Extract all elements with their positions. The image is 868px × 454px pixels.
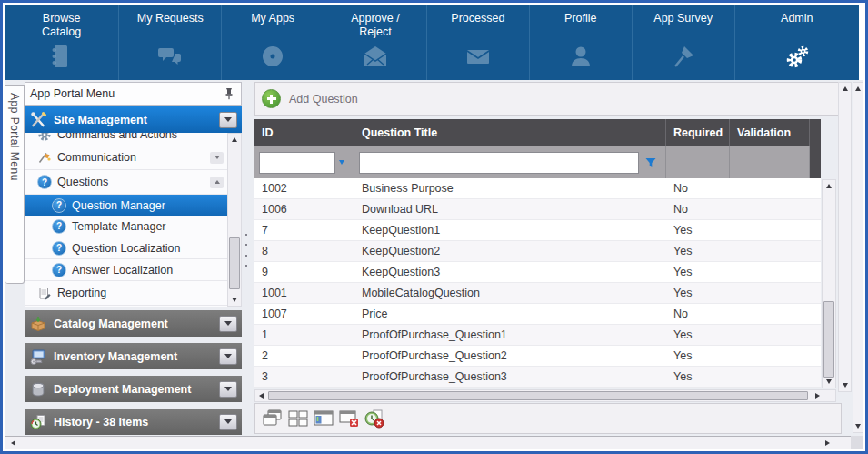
arrow-up-icon: [826, 184, 832, 188]
table-row[interactable]: 2 ProofOfPurchase_Question2 Yes: [254, 346, 821, 367]
announce-icon: [37, 150, 52, 165]
nav-item-profile[interactable]: Profile: [529, 5, 632, 80]
sidebar-item-questions[interactable]: ? Questions: [25, 170, 227, 195]
column-header-id[interactable]: ID: [254, 119, 354, 146]
table-row[interactable]: 1006 Download URL No: [254, 199, 821, 220]
sidebar-section-deployment-management[interactable]: Deployment Management: [25, 376, 242, 402]
scroll-up-button[interactable]: [228, 134, 241, 146]
collapse-section-button[interactable]: [219, 112, 237, 128]
scroll-right-button[interactable]: [812, 390, 823, 401]
close-window-icon[interactable]: [338, 409, 360, 429]
sidebar-item-reporting[interactable]: Reporting: [25, 281, 227, 306]
cell-required: Yes: [666, 346, 730, 366]
sidebar-item-question-manager[interactable]: ? Question Manager: [25, 195, 227, 216]
scroll-down-button[interactable]: [228, 294, 241, 306]
add-question-button[interactable]: Add Question: [262, 89, 358, 108]
nav-item-app-survey[interactable]: App Survey: [632, 5, 734, 80]
filter-operator-dropdown-icon[interactable]: [339, 160, 344, 165]
nav-item-label: Processed: [451, 12, 504, 41]
table-row[interactable]: 1001 MobileCatalogQuestion Yes: [254, 283, 821, 304]
scroll-up-button[interactable]: [853, 83, 863, 95]
content-vertical-scrollbar[interactable]: [838, 82, 852, 392]
scrollbar-thumb[interactable]: [268, 391, 808, 400]
splitter-handle[interactable]: [244, 234, 248, 267]
subtree-scrollbar[interactable]: [227, 133, 242, 307]
chat-bubbles-icon: [156, 43, 184, 70]
sidebar-item-question-localization[interactable]: ? Question Localization: [25, 237, 227, 259]
sidebar-item-template-manager[interactable]: ? Template Manager: [25, 216, 227, 237]
scroll-down-button[interactable]: [839, 379, 851, 391]
grid-vertical-scrollbar[interactable]: [822, 179, 836, 388]
column-header-question-title[interactable]: Question Title: [354, 119, 666, 146]
scrollbar-thumb[interactable]: [823, 301, 834, 378]
nav-item-my-apps[interactable]: My Apps: [221, 5, 324, 80]
collapse-button[interactable]: [210, 177, 224, 188]
sidebar-item-label: Question Localization: [72, 242, 181, 255]
cell-required: Yes: [666, 367, 730, 387]
expand-section-button[interactable]: [219, 316, 237, 332]
nav-item-approve-reject[interactable]: Approve / Reject: [324, 5, 426, 80]
scroll-down-button[interactable]: [823, 376, 835, 388]
cell-validation: [730, 283, 821, 303]
table-row[interactable]: 1007 Price No: [254, 304, 821, 325]
expand-section-button[interactable]: [219, 348, 237, 365]
column-header-required[interactable]: Required: [666, 119, 730, 146]
id-filter-input[interactable]: [259, 152, 335, 174]
scroll-up-button[interactable]: [823, 180, 835, 192]
grid-horizontal-scrollbar[interactable]: [254, 389, 836, 402]
sidebar-item-commands-and-actions[interactable]: Commands and Actions: [25, 133, 227, 146]
clear-history-icon[interactable]: [364, 409, 385, 429]
scrollbar-thumb[interactable]: [229, 237, 240, 289]
table-row[interactable]: 3 ProofOfPurchase_Question3 Yes: [254, 367, 821, 388]
scroll-left-button[interactable]: [7, 437, 19, 449]
report-icon: [37, 286, 52, 300]
scroll-right-button[interactable]: [822, 437, 833, 449]
scroll-up-button[interactable]: [839, 83, 851, 95]
cascade-windows-icon[interactable]: [262, 409, 284, 429]
column-header-validation[interactable]: Validation: [730, 119, 810, 146]
cell-title: KeepQuestion3: [354, 262, 666, 282]
table-row[interactable]: 1002 Business Purpose No: [254, 178, 821, 199]
expand-section-button[interactable]: [219, 381, 237, 398]
app-portal-menu-vertical-tab[interactable]: App Portal Menu: [5, 85, 25, 284]
sidebar-item-answer-localization[interactable]: ? Answer Localization: [25, 259, 227, 281]
arrow-up-icon: [843, 86, 848, 91]
expand-section-button[interactable]: [219, 414, 237, 430]
sidebar-item-communication[interactable]: Communication: [25, 146, 227, 170]
scroll-down-button[interactable]: [853, 420, 863, 432]
sidebar-section-inventory-management[interactable]: Inventory Management: [25, 343, 242, 369]
sidebar-section-catalog-management[interactable]: Catalog Management: [25, 310, 242, 337]
bottom-window-toolbar: [254, 403, 842, 434]
expand-button[interactable]: [210, 152, 224, 164]
frame-vertical-scrollbar[interactable]: [853, 82, 863, 433]
table-row[interactable]: 8 KeepQuestion2 Yes: [254, 241, 821, 262]
vertical-tab-label: App Portal Menu: [8, 86, 21, 181]
pin-icon[interactable]: [222, 86, 236, 101]
grid-rows: 1002 Business Purpose No 1006 Download U…: [254, 178, 821, 388]
grid-filter-row: [254, 146, 821, 178]
cell-id: 9: [254, 262, 354, 282]
cell-required: No: [666, 178, 730, 198]
cell-title: KeepQuestion1: [354, 220, 666, 240]
nav-item-processed[interactable]: Processed: [426, 5, 529, 80]
nav-item-browse-catalog[interactable]: Browse Catalog: [5, 5, 118, 80]
table-row[interactable]: 1 ProofOfPurchase_Question1 Yes: [254, 325, 821, 346]
scroll-left-button[interactable]: [255, 390, 267, 401]
cell-required: No: [666, 304, 730, 324]
filter-funnel-icon[interactable]: [644, 156, 657, 169]
window-panel-icon[interactable]: [313, 409, 334, 429]
cell-validation: [730, 199, 821, 219]
tile-windows-icon[interactable]: [287, 409, 309, 429]
nav-item-admin[interactable]: Admin: [734, 5, 859, 80]
question-icon: ?: [52, 241, 66, 256]
nav-item-my-requests[interactable]: My Requests: [118, 5, 221, 80]
cell-validation: [730, 241, 821, 261]
table-row[interactable]: 7 KeepQuestion1 Yes: [254, 220, 821, 241]
section-label: Catalog Management: [54, 318, 168, 330]
table-row[interactable]: 9 KeepQuestion3 Yes: [254, 262, 821, 283]
sidebar-section-site-management[interactable]: Site Management: [25, 106, 242, 133]
cell-title: ProofOfPurchase_Question3: [354, 367, 666, 387]
question-title-filter-input[interactable]: [359, 152, 639, 174]
sidebar-section-history[interactable]: History - 38 items: [25, 409, 242, 435]
frame-horizontal-scrollbar[interactable]: [5, 436, 863, 449]
